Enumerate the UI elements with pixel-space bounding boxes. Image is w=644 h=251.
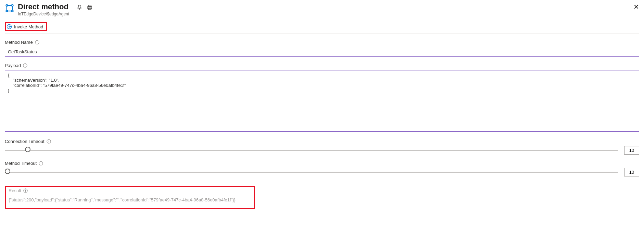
page-title: Direct method	[18, 3, 69, 11]
method-timeout-value[interactable]	[624, 168, 639, 176]
print-icon[interactable]	[87, 5, 92, 10]
connection-timeout-value[interactable]	[624, 146, 639, 155]
svg-point-3	[12, 10, 13, 12]
svg-point-0	[6, 5, 8, 6]
info-icon[interactable]	[23, 188, 28, 193]
result-output: {"status":200,"payload":{"status":"Runni…	[9, 195, 251, 204]
connection-timeout-slider[interactable]	[5, 150, 618, 151]
method-timeout-slider[interactable]	[5, 172, 618, 173]
info-icon[interactable]	[35, 40, 39, 44]
breadcrumb: IoTEdgeDevice/$edgeAgent	[18, 12, 69, 16]
method-timeout-label: Method Timeout	[5, 161, 37, 166]
svg-point-2	[6, 10, 8, 12]
info-icon[interactable]	[23, 63, 27, 68]
method-name-label: Method Name	[5, 40, 33, 45]
direct-method-icon	[5, 3, 14, 13]
invoke-method-label: Invoke Method	[14, 24, 43, 29]
result-label: Result	[9, 188, 21, 193]
invoke-icon	[7, 24, 12, 29]
info-icon[interactable]	[47, 139, 51, 144]
connection-timeout-label: Connection Timeout	[5, 139, 45, 144]
payload-label: Payload	[5, 63, 21, 68]
payload-input[interactable]	[5, 70, 639, 132]
info-icon[interactable]	[39, 161, 43, 166]
svg-rect-4	[88, 5, 91, 6]
close-icon[interactable]: ✕	[633, 3, 639, 10]
invoke-method-button[interactable]: Invoke Method	[5, 22, 47, 31]
pin-icon[interactable]	[77, 5, 82, 10]
method-name-input[interactable]	[5, 47, 639, 57]
result-section: Result {"status":200,"payload":{"status"…	[5, 186, 255, 209]
svg-point-1	[12, 5, 13, 6]
